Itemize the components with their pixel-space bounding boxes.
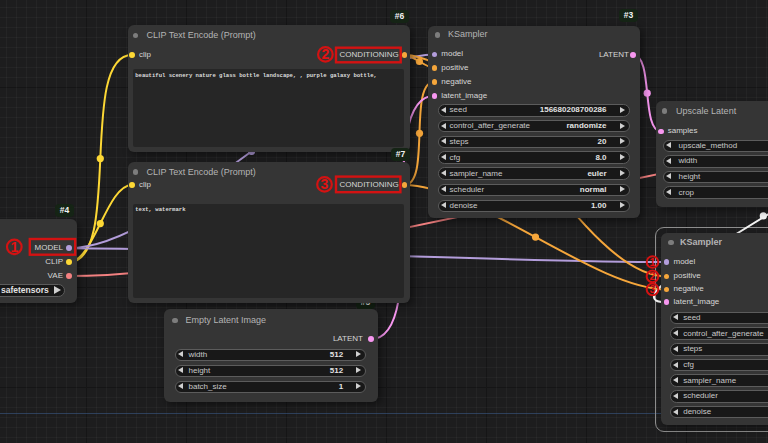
- svg-text:2: 2: [649, 270, 655, 282]
- svg-text:2: 2: [322, 46, 330, 62]
- svg-text:1: 1: [10, 239, 18, 255]
- svg-text:3: 3: [321, 176, 329, 192]
- svg-text:3: 3: [649, 283, 655, 295]
- svg-text:1: 1: [649, 256, 655, 268]
